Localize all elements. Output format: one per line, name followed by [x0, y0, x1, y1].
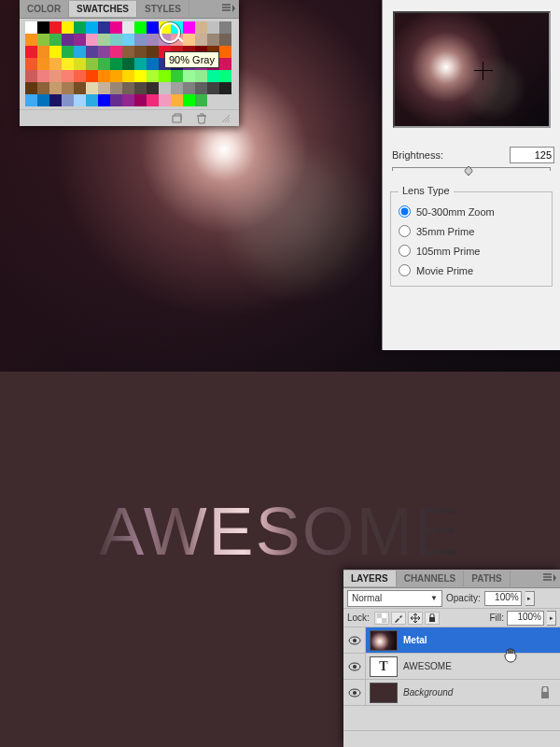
- eye-toggle-metal[interactable]: [343, 627, 366, 653]
- swatch[interactable]: [122, 94, 134, 106]
- layer-thumb-metal[interactable]: [370, 630, 398, 651]
- swatch[interactable]: [159, 34, 171, 46]
- swatch[interactable]: [62, 82, 74, 94]
- panel-menu-icon[interactable]: [222, 4, 235, 15]
- swatch[interactable]: [37, 58, 49, 70]
- fill-field[interactable]: 100%: [507, 611, 544, 626]
- radio-input-50-300[interactable]: [399, 205, 411, 218]
- swatch[interactable]: [98, 94, 110, 106]
- swatch[interactable]: [110, 34, 122, 46]
- swatch[interactable]: [183, 34, 195, 46]
- swatch[interactable]: [219, 70, 231, 82]
- swatch[interactable]: [110, 94, 122, 106]
- swatch[interactable]: [183, 21, 195, 34]
- swatch[interactable]: [122, 46, 134, 58]
- swatch[interactable]: [86, 82, 98, 94]
- swatch[interactable]: [62, 34, 74, 46]
- swatch[interactable]: [147, 58, 159, 70]
- swatch[interactable]: [49, 70, 62, 82]
- swatch[interactable]: [98, 58, 110, 70]
- radio-input-105[interactable]: [399, 245, 411, 257]
- fill-stepper-icon[interactable]: ▸: [547, 611, 556, 626]
- swatch[interactable]: [86, 34, 98, 46]
- swatch[interactable]: [98, 34, 110, 46]
- swatch[interactable]: [25, 70, 37, 82]
- swatch[interactable]: [122, 21, 134, 34]
- blend-mode-select[interactable]: Normal ▼: [347, 590, 442, 607]
- brightness-input[interactable]: [510, 147, 554, 163]
- swatch[interactable]: [37, 70, 49, 82]
- swatch[interactable]: [207, 34, 219, 46]
- swatch[interactable]: [195, 94, 207, 106]
- swatch[interactable]: [122, 70, 134, 82]
- swatch[interactable]: [74, 70, 86, 82]
- swatch[interactable]: [147, 82, 159, 94]
- radio-input-35[interactable]: [399, 225, 411, 237]
- swatch[interactable]: [37, 34, 49, 46]
- radio-35mm-prime[interactable]: 35mm Prime: [399, 221, 544, 241]
- swatch[interactable]: [74, 58, 86, 70]
- swatch[interactable]: [74, 21, 86, 34]
- slider-thumb-icon[interactable]: [464, 166, 472, 176]
- swatch[interactable]: [86, 58, 98, 70]
- swatch[interactable]: [98, 46, 110, 58]
- swatch[interactable]: [134, 58, 147, 70]
- swatch[interactable]: [74, 94, 86, 106]
- swatch[interactable]: [49, 34, 62, 46]
- swatch[interactable]: [171, 70, 183, 82]
- swatches-resize-icon[interactable]: [218, 112, 233, 125]
- swatch[interactable]: [37, 46, 49, 58]
- swatch[interactable]: [74, 82, 86, 94]
- swatch[interactable]: [49, 58, 62, 70]
- swatch[interactable]: [183, 82, 195, 94]
- swatch[interactable]: [159, 70, 171, 82]
- layer-row-metal[interactable]: Metal: [343, 627, 560, 654]
- swatch[interactable]: [219, 82, 231, 94]
- lock-position-icon[interactable]: [408, 612, 423, 625]
- swatch[interactable]: [219, 58, 231, 70]
- swatch[interactable]: [134, 94, 147, 106]
- lock-pixels-icon[interactable]: [391, 612, 406, 625]
- swatch[interactable]: [171, 21, 183, 34]
- brightness-slider[interactable]: [392, 167, 551, 180]
- swatch[interactable]: [183, 94, 195, 106]
- layer-row-awesome[interactable]: T AWESOME: [343, 654, 560, 680]
- swatch[interactable]: [25, 58, 37, 70]
- swatch[interactable]: [134, 21, 147, 34]
- tab-layers[interactable]: LAYERS: [343, 571, 397, 586]
- layer-thumb-background[interactable]: [370, 683, 398, 703]
- swatch[interactable]: [134, 70, 147, 82]
- tab-swatches[interactable]: SWATCHES: [69, 1, 137, 17]
- swatch[interactable]: [25, 94, 37, 106]
- swatch[interactable]: [62, 70, 74, 82]
- swatch[interactable]: [195, 34, 207, 46]
- radio-50-300mm-zoom[interactable]: 50-300mm Zoom: [399, 202, 544, 221]
- swatch[interactable]: [134, 34, 147, 46]
- new-swatch-icon[interactable]: [170, 112, 185, 125]
- eye-toggle-background[interactable]: [343, 680, 366, 705]
- swatch[interactable]: [195, 70, 207, 82]
- swatch[interactable]: [62, 58, 74, 70]
- swatch[interactable]: [147, 70, 159, 82]
- layer-thumb-awesome[interactable]: T: [370, 656, 398, 677]
- lock-transparency-icon[interactable]: [374, 612, 389, 625]
- radio-movie-prime[interactable]: Movie Prime: [399, 261, 544, 280]
- swatch[interactable]: [86, 46, 98, 58]
- tab-styles[interactable]: STYLES: [137, 1, 189, 17]
- opacity-field[interactable]: 100%: [484, 591, 522, 606]
- swatch[interactable]: [110, 21, 122, 34]
- tab-channels[interactable]: CHANNELS: [397, 571, 465, 586]
- swatch[interactable]: [183, 70, 195, 82]
- swatch[interactable]: [159, 94, 171, 106]
- swatch[interactable]: [25, 34, 37, 46]
- swatch[interactable]: [110, 82, 122, 94]
- swatch[interactable]: [49, 46, 62, 58]
- swatch[interactable]: [195, 82, 207, 94]
- swatch[interactable]: [134, 82, 147, 94]
- swatch[interactable]: [147, 46, 159, 58]
- layer-row-background[interactable]: Background: [343, 680, 560, 706]
- radio-105mm-prime[interactable]: 105mm Prime: [399, 241, 544, 261]
- swatch[interactable]: [98, 82, 110, 94]
- swatch[interactable]: [147, 21, 159, 34]
- swatch[interactable]: [159, 82, 171, 94]
